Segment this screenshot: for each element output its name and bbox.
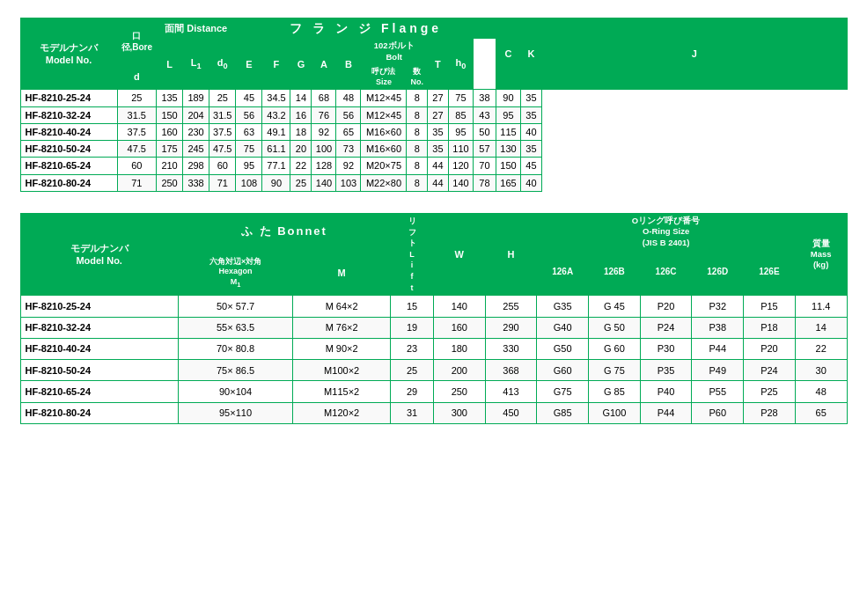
cell-B: 65 — [336, 123, 361, 140]
cell-K: 130 — [496, 141, 520, 158]
cell-C: 43 — [473, 106, 496, 123]
cell-126B: G100 — [589, 402, 641, 423]
cell-K: 165 — [496, 174, 520, 191]
table-row: HF-8210-50-24 75× 86.5 M100×2 25 200 368… — [20, 360, 847, 381]
cell-F: 61.1 — [262, 141, 290, 158]
table-1: モデルナンバ Model No. 口径,Bore 面間 Distance フ ラ… — [20, 18, 848, 192]
cell-126A: G85 — [537, 402, 589, 423]
table-row: HF-8210-25-24 25 135 189 25 45 34.5 14 6… — [20, 90, 847, 106]
cell-bolt-num: 8 — [407, 123, 428, 140]
cell-lift: 19 — [391, 317, 434, 338]
cell-M: M 76×2 — [293, 317, 391, 338]
cell-T: 35 — [427, 123, 448, 140]
cell-E: 75 — [236, 141, 262, 158]
cell-lift: 31 — [391, 402, 434, 423]
table-row: HF-8210-80-24 95×110 M120×2 31 300 450 G… — [20, 402, 847, 423]
cell-B: 73 — [336, 141, 361, 158]
table-row: HF-8210-32-24 55× 63.5 M 76×2 19 160 290… — [20, 317, 847, 338]
cell-L: 175 — [157, 141, 183, 158]
table1-bolt-num-header: 数 No. — [407, 64, 428, 89]
table1-F-header: F — [262, 39, 290, 90]
cell-E: 56 — [236, 106, 262, 123]
table-row: HF-8210-40-24 70× 80.8 M 90×2 23 180 330… — [20, 338, 847, 359]
cell-bolt-size: M12×45 — [361, 90, 407, 106]
cell-model: HF-8210-65-24 — [20, 381, 178, 402]
cell-bolt-size: M16×60 — [361, 123, 407, 140]
table1-bolt-size-header: 呼び法 Size — [361, 64, 407, 89]
cell-bolt-num: 8 — [407, 106, 428, 123]
cell-126C: P40 — [640, 381, 692, 402]
cell-d0: 37.5 — [209, 123, 236, 140]
cell-hex: 95×110 — [178, 402, 292, 423]
cell-h0: 110 — [448, 141, 473, 158]
cell-T: 44 — [427, 158, 448, 174]
table1-E-header: E — [236, 39, 262, 90]
cell-126D: P60 — [692, 402, 744, 423]
cell-lift: 23 — [391, 338, 434, 359]
cell-H: 413 — [485, 381, 537, 402]
cell-126D: P55 — [692, 381, 744, 402]
table2-body: HF-8210-25-24 50× 57.7 M 64×2 15 140 255… — [20, 296, 847, 424]
cell-126B: G 45 — [589, 296, 641, 317]
cell-d: 47.5 — [117, 141, 157, 158]
table2-M-header: M — [293, 251, 391, 296]
cell-model: HF-8210-25-24 — [20, 90, 117, 106]
cell-mass: 11.4 — [795, 296, 847, 317]
table2-oring-header: Oリング呼び番号O-Ring Size(JIS B 2401) — [537, 214, 795, 251]
cell-model: HF-8210-40-24 — [20, 338, 178, 359]
table1-k-header: K — [520, 18, 541, 90]
cell-W: 250 — [433, 381, 485, 402]
cell-C: 38 — [473, 90, 496, 106]
cell-126B: G 85 — [589, 381, 641, 402]
cell-J: 45 — [520, 158, 541, 174]
cell-mass: 48 — [795, 381, 847, 402]
cell-h0: 140 — [448, 174, 473, 191]
cell-F: 43.2 — [262, 106, 290, 123]
table-row: HF-8210-25-24 50× 57.7 M 64×2 15 140 255… — [20, 296, 847, 317]
cell-model: HF-8210-80-24 — [20, 174, 117, 191]
table2-bonnet-header: ふ た Bonnet — [178, 214, 390, 251]
cell-hex: 70× 80.8 — [178, 338, 292, 359]
cell-hex: 90×104 — [178, 381, 292, 402]
cell-model: HF-8210-32-24 — [20, 317, 178, 338]
cell-126B: G 60 — [589, 338, 641, 359]
cell-E: 95 — [236, 158, 262, 174]
cell-mass: 14 — [795, 317, 847, 338]
cell-K: 150 — [496, 158, 520, 174]
cell-L1: 298 — [183, 158, 209, 174]
table2-model-header: モデルナンバ Model No. — [20, 214, 178, 296]
table1-h0-header: h0 — [448, 39, 473, 90]
table1-bore-header: 口径,Bore — [117, 18, 157, 65]
table1-L-header: L — [157, 39, 183, 90]
cell-J: 35 — [520, 90, 541, 106]
cell-W: 140 — [433, 296, 485, 317]
cell-B: 103 — [336, 174, 361, 191]
table2-lift-header: リフトLift — [391, 214, 434, 296]
cell-bolt-num: 8 — [407, 174, 428, 191]
cell-L1: 245 — [183, 141, 209, 158]
cell-F: 77.1 — [262, 158, 290, 174]
cell-model: HF-8210-40-24 — [20, 123, 117, 140]
cell-bolt-num: 8 — [407, 158, 428, 174]
cell-126A: G40 — [537, 317, 589, 338]
table2-126B-header: 126B — [589, 251, 641, 293]
cell-T: 27 — [427, 106, 448, 123]
cell-mass: 30 — [795, 360, 847, 381]
cell-126D: P44 — [692, 338, 744, 359]
cell-h0: 75 — [448, 90, 473, 106]
cell-A: 92 — [312, 123, 336, 140]
table-row: HF-8210-50-24 47.5 175 245 47.5 75 61.1 … — [20, 141, 847, 158]
cell-126A: G60 — [537, 360, 589, 381]
table2-mass-header: 質量Mass(kg) — [795, 214, 847, 296]
table2-hex-header: 六角対辺×対角HexagonM1 — [178, 251, 292, 296]
table-row: HF-8210-80-24 71 250 338 71 108 90 25 14… — [20, 174, 847, 191]
table1-B-header: B — [336, 39, 361, 90]
cell-J: 40 — [520, 174, 541, 191]
cell-hex: 50× 57.7 — [178, 296, 292, 317]
table1-c-header: C — [496, 18, 520, 90]
table1-j-header: J — [541, 18, 847, 90]
cell-bolt-num: 8 — [407, 141, 428, 158]
table2-126C-header: 126C — [640, 251, 692, 293]
cell-G: 16 — [290, 106, 312, 123]
cell-W: 160 — [433, 317, 485, 338]
